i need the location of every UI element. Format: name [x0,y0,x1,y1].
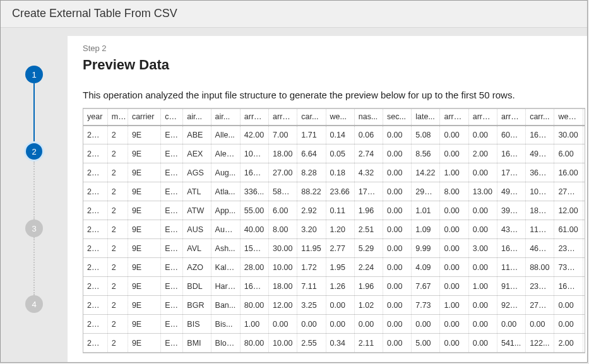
table-cell: Ban... [211,296,240,315]
table-cell: 1.01 [412,201,440,220]
table-cell: Atla... [211,182,240,201]
table-cell: 8.00 [440,182,468,201]
table-cell: 162.... [554,277,583,296]
table-cell: 1079... [526,182,554,201]
table-cell: 54. [583,296,585,315]
table-row[interactable]: 202029EEn...ABEAlle...42.007.001.710.140… [83,126,585,144]
table-cell: 2020 [83,258,107,277]
table-cell: En... [161,315,183,334]
table-row[interactable]: 202029EEn...BMIBloo...80.0010.002.550.34… [83,334,585,353]
column-header[interactable]: nas [583,109,585,126]
column-header[interactable]: nas... [354,109,383,126]
table-cell: 40.00 [240,220,268,239]
table-row[interactable]: 202029EEn...ATLAtla...336...581....88.22… [83,182,585,201]
column-header[interactable]: wea... [554,109,583,126]
table-cell: 13.00 [468,182,497,201]
table-cell: 2020 [83,126,107,144]
table-cell: 12.00 [554,201,583,220]
table-cell: 461.... [526,239,554,258]
step-1-node[interactable]: 1 [25,66,43,83]
table-row[interactable]: 202029EEn...AZOKala...28.0010.001.721.95… [83,258,585,277]
table-cell: ABE [183,126,211,144]
column-header[interactable]: air... [183,109,211,126]
dialog-title: Create External Table From CSV [12,7,177,20]
table-row[interactable]: 202029EEn...AGSAug...168....27.008.280.1… [83,163,585,182]
table-cell: 122... [526,334,554,353]
table-cell: 2020 [83,220,107,239]
column-header[interactable]: car... [297,109,326,126]
column-header[interactable]: ca... [161,109,183,126]
table-cell: 1.00 [440,296,468,315]
table-cell: 2.55 [297,334,326,353]
table-row[interactable]: 202029EEn...BGRBan...80.0012.003.250.001… [83,296,585,315]
table-cell: 1612... [497,239,525,258]
table-cell: 0.00 [326,315,354,334]
table-cell: 1.72 [297,258,326,277]
step-4-node[interactable]: 4 [25,295,43,313]
table-cell: 0.00 [440,126,468,144]
table-row[interactable]: 202029EEn...AEXAlex...104....18.006.640.… [83,144,585,163]
table-cell: En... [161,144,183,163]
table-cell: 602.... [497,126,525,144]
table-cell: 2 [107,258,128,277]
table-cell: 9E [128,315,160,334]
table-row[interactable]: 202029EEn...ATWApp...55.006.002.920.111.… [83,201,585,220]
table-cell: 2020 [83,144,107,163]
table-row[interactable]: 202029EEn...AUSAust...40.008.003.201.202… [83,220,585,239]
table-cell: 0.00 [526,315,554,334]
table-cell: Alle... [211,126,240,144]
table-cell: 0.00 [554,315,583,334]
table-cell: En... [161,182,183,201]
column-header[interactable]: year [83,109,107,126]
column-header[interactable]: sec... [383,109,412,126]
table-cell: AUS [183,220,211,239]
table-cell: 0.00 [440,334,468,353]
table-row[interactable]: 202029EEn...BISBis...1.000.000.000.000.0… [83,315,585,334]
table-cell: 8.00 [269,220,297,239]
table-cell: En... [161,277,183,296]
column-header[interactable]: carrier [128,109,160,126]
table-row[interactable]: 202029EEn...BDLHart...160....18.007.111.… [83,277,585,296]
column-header[interactable]: arr_... [269,109,297,126]
table-cell: 2 [107,315,128,334]
table-cell: 186.... [526,201,554,220]
table-cell: 2.77 [326,239,354,258]
table-cell: 0.00 [468,220,497,239]
column-header[interactable]: arr_... [240,109,268,126]
column-header[interactable]: arr_... [440,109,468,126]
table-cell: 2.00 [554,334,583,353]
column-header[interactable]: arr_... [468,109,497,126]
table-cell: 0.00 [468,258,497,277]
column-header[interactable]: late... [412,109,440,126]
table-cell: En... [161,296,183,315]
column-header[interactable]: m... [107,109,128,126]
table-cell: 2.51 [354,220,383,239]
table-cell: 164.... [526,126,554,144]
table-cell: 0.00 [440,220,468,239]
table-cell: 1.20 [326,220,354,239]
column-header[interactable]: carr... [526,109,554,126]
column-header[interactable]: arr_... [497,109,525,126]
step-2-node[interactable]: 2 [24,141,44,161]
table-cell: 118.... [526,220,554,239]
column-header[interactable]: air... [211,109,240,126]
table-cell: 2 [107,163,128,182]
table-cell: 1.71 [297,126,326,144]
table-cell: 9E [128,258,160,277]
table-cell: 1.00 [468,277,497,296]
table-row[interactable]: 202029EEn...AVLAsh...156....30.0011.952.… [83,239,585,258]
table-cell: 9E [128,239,160,258]
column-header[interactable]: we... [326,109,354,126]
table-cell: 168.... [240,163,268,182]
table-cell: 0.06 [354,126,383,144]
table-cell: 4.32 [354,163,383,182]
table-cell: 9E [128,182,160,201]
preview-table-container[interactable]: yearm...carrierca...air...air...arr_...a… [83,108,585,353]
table-cell: 61.00 [554,220,583,239]
table-cell: 0.05 [326,144,354,163]
table-cell: Bis... [211,315,240,334]
step-3-node[interactable]: 3 [25,220,43,237]
table-cell: 7.73 [412,296,440,315]
table-cell: 4953... [497,182,525,201]
table-cell: 336... [240,182,268,201]
